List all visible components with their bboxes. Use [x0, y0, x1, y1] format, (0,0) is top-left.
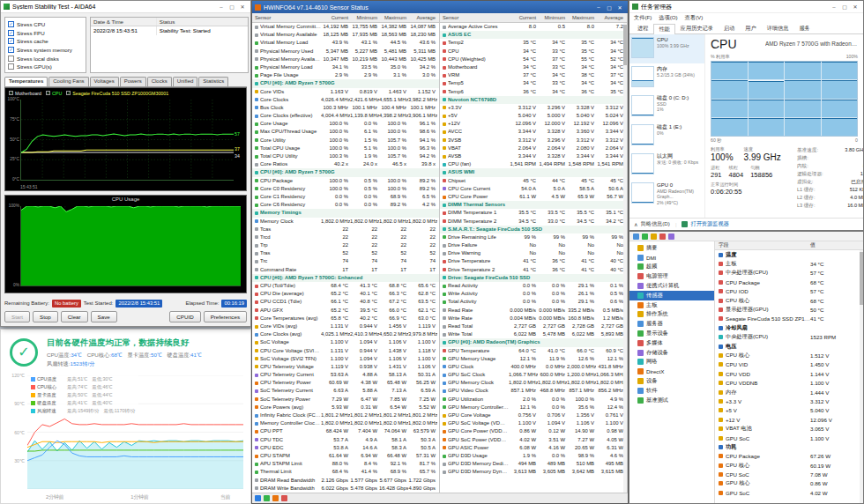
sensor-row[interactable]: GPU Core Voltage0.756 V0.706 V1.356 V0.7… [440, 411, 627, 419]
sidebar-item-软件[interactable]: 软件 [629, 386, 714, 396]
sensor-row[interactable]: +12 V12.096 V [715, 415, 863, 424]
sidebar-item-存储设备[interactable]: 存储设备 [629, 348, 714, 358]
legend-row[interactable]: CPU温度最高:51℃最低:30℃ [31, 375, 138, 383]
sensor-group-row[interactable]: CPU [#0]: AMD Ryzen 7 5700G [252, 79, 439, 87]
sensor-row[interactable]: APU STAPM Limit88.0 %8.4 %92.1 %81.7 % [252, 460, 439, 468]
legend-row[interactable]: 风扇转速最高:1549转/分最低:1170转/分 [31, 407, 138, 415]
maximize-icon[interactable]: ▢ [839, 4, 850, 10]
sensor-row[interactable]: Core Temperatures (avg)65.8 °C40.2 °C66.… [252, 315, 439, 322]
legend-item[interactable]: ✓CPU [46, 91, 62, 96]
sensor-row[interactable]: CPU Telemetry Power60.69 W4.38 W65.48 W5… [252, 379, 439, 387]
sensor-row[interactable]: Tcas22222222 [252, 226, 439, 233]
stress-option-row[interactable]: Stress GPU(s) [8, 63, 83, 71]
sensor-row[interactable]: Memory Controller Clock (UCLK)1,802.0 MH… [252, 419, 439, 427]
checkbox-icon[interactable]: ✓ [8, 38, 14, 44]
sensor-row[interactable]: DRAM Write Bandwidth6.022 Gbps5.478 Gbps… [252, 485, 439, 493]
sensor-row[interactable]: Thermal Limit68.4 %41.4 %68.9 %65.7 % [252, 468, 439, 476]
sidebar-item-电源管理[interactable]: 电源管理 [629, 271, 714, 281]
sensor-row[interactable]: CPU STAPM61.64 W6.94 W66.48 W57.31 W [252, 452, 439, 460]
sidebar-item-设备[interactable]: 设备 [629, 376, 714, 386]
sensor-group-row[interactable]: DIMM Thermal Sensors [440, 201, 627, 209]
sensor-group-row[interactable]: Drive: Seagate FireCuda 510 SSD [440, 274, 627, 282]
sensor-group-row[interactable]: Memory Timings [252, 209, 439, 217]
sensor-row[interactable]: CPU34 °C33 °C35 °C34 °C [440, 48, 627, 56]
scrollbar-thumb[interactable] [623, 25, 627, 65]
tab-服务[interactable]: 服务 [793, 23, 815, 33]
sensor-group-row[interactable]: CPU [#0]: AMD Ryzen 7 5700G: Enhanced [252, 274, 439, 282]
sensor-row[interactable]: Core C0 Residency100.0 %0.5 %100.0 %89.2… [252, 185, 439, 193]
sensor-row[interactable]: Temp636 °C34 °C36 °C35 °C [440, 88, 627, 96]
sensor-row[interactable]: GPU Video Clock857.1 MHz468.8 MHz857.1 M… [440, 387, 627, 395]
sensor-group-row[interactable]: S.M.A.R.T.: Seagate FireCuda 510 SSD [440, 226, 627, 233]
sensor-row[interactable]: GPU Temperature64.0 °C41.0 °C66.0 °C60.9… [440, 347, 627, 355]
tm-titlebar[interactable]: 任务管理器 – ▢ ✕ [629, 1, 863, 13]
legend-row[interactable]: CPU核心最高:74℃最低:46℃ [31, 383, 138, 391]
sensor-row[interactable]: +5V5.040 V5.000 V5.040 V5.024 V [440, 112, 627, 120]
sensor-row[interactable]: SoC Voltage (SVI2 TFN)1.100 V1.094 V1.10… [252, 355, 439, 363]
sensor-section-row[interactable]: 温度 [715, 250, 863, 259]
checkbox-icon[interactable]: ✓ [9, 91, 13, 95]
minimize-icon[interactable]: – [216, 4, 227, 10]
scrollbar[interactable] [860, 250, 863, 503]
tab-powers[interactable]: Powers [120, 77, 146, 86]
checkbox-icon[interactable] [8, 63, 14, 70]
sensor-row[interactable]: CPU 核心1.512 V [715, 351, 863, 359]
sensor-row[interactable]: Core Clocks (avg)4,025.1 MHz2,410.3 MHz4… [252, 330, 439, 338]
menu-item[interactable]: 查看(V) [685, 14, 704, 22]
column-header-maximum[interactable]: Maximum [379, 15, 408, 20]
stress-option-row[interactable]: ✓Stress cache [8, 37, 83, 46]
sensor-section-row[interactable]: 电压 [715, 342, 863, 351]
sensor-row[interactable]: +3.3V3.312 V3.296 V3.328 V3.312 V [440, 104, 627, 112]
sensor-row[interactable]: GPU SoC Clock1,066.7 MHz600.0 MHz1,200.0… [440, 371, 627, 379]
sensor-row[interactable]: Trp22222222 [252, 241, 439, 249]
menu-item[interactable]: 选项(O) [659, 14, 677, 22]
checkbox-icon[interactable] [8, 56, 14, 62]
stress-option-row[interactable]: ✓Stress system memory [8, 46, 83, 55]
column-header-sensor[interactable]: Sensor [252, 15, 321, 20]
sensor-row[interactable]: 中央处理器(CPU)57 °C [715, 269, 863, 278]
sensor-row[interactable]: Total CPU Usage100.0 %5.1 %100.0 %96.3 % [252, 145, 439, 152]
sidebar-item-操作系统[interactable]: 操作系统 [629, 310, 714, 320]
sensor-row[interactable]: Virtual Memory Load43.9 %43.1 %44.5 %43.… [252, 39, 439, 47]
sensor-row[interactable]: Motherboard34 °C33 °C34 °C34 °C [440, 63, 627, 71]
sidebar-item-传感器[interactable]: 传感器 [629, 291, 714, 300]
tab-temperatures[interactable]: Temperatures [4, 77, 48, 86]
sensor-row[interactable]: Drive Temperature 241 °C36 °C41 °C40 °C [440, 266, 627, 274]
sensor-row[interactable]: GPU Clock400.0 MHz0.0 MHz2,000.0 MHz431.… [440, 363, 627, 371]
sensor-row[interactable]: CPU PPT68.424 W7.404 W74.064 W63.579 W [252, 427, 439, 435]
checkbox-icon[interactable]: ✓ [8, 21, 14, 27]
tab-用户[interactable]: 用户 [740, 23, 761, 33]
sensor-row[interactable]: Tras52525252 [252, 249, 439, 257]
column-header-minimum[interactable]: Minimum [350, 15, 379, 20]
fewer-details-button[interactable]: ∧ 简略信息(D) [634, 220, 670, 228]
tab-statistics[interactable]: Statistics [198, 77, 228, 86]
sensor-row[interactable]: Page File Usage2.9 %2.9 %3.1 %3.0 % [252, 71, 439, 79]
sensor-row[interactable]: 中央处理器(CPU)1523 RPM [715, 333, 863, 342]
sensor-row[interactable]: CPU Core Voltage (SVI2 TFN)1.131 V0.944 … [252, 347, 439, 355]
tab-启动[interactable]: 启动 [719, 23, 740, 33]
sensor-row[interactable]: GPU Memory Clock1,802.0 MHz1,802.0 MHz1,… [440, 379, 627, 387]
sensor-row[interactable]: VBAT2.064 V2.064 V2.080 V2.064 V [440, 145, 627, 152]
hwinfo-titlebar[interactable]: HWiNFO64 v7.14-4610 Sensor Status – ▢ ✕ [252, 1, 628, 13]
test-info-row[interactable]: 2022/2/8 15:43:51 Stability Test: Starte… [91, 26, 248, 35]
sensor-row[interactable]: GPU D3D Usage1.9 %0.0 %98.9 %4.6 % [440, 452, 627, 460]
sensor-row[interactable]: DIMM Temperature 135.5 °C33.5 °C35.5 °C3… [440, 209, 627, 217]
sensor-row[interactable]: 主板34 °C [715, 259, 863, 268]
sidebar-item-基准测试[interactable]: 基准测试 [629, 396, 714, 405]
sensor-row[interactable]: Write Rate0.004 MB/s0.000 MB/s160.8 MB/s… [440, 315, 627, 322]
sensor-row[interactable]: GPU Memory Usage12.1 %11.9 %12.6 %12.1 % [440, 355, 627, 363]
sensor-row[interactable]: CPU Die (average)65.2 °C40.1 °C66.3 °C62… [252, 290, 439, 298]
back-icon[interactable] [633, 233, 639, 240]
forward-icon[interactable] [642, 233, 648, 240]
sensor-row[interactable]: GPU SoC1.100 V [715, 434, 863, 442]
sensor-row[interactable]: Memory Clock1,802.0 MHz1,802.0 MHz1,802.… [252, 218, 439, 226]
sensor-row[interactable]: CPU 核心68 °C [715, 296, 863, 305]
sensor-row[interactable]: APU GFX65.2 °C39.5 °C66.0 °C62.1 °C [252, 307, 439, 315]
sensor-row[interactable]: Physical Memory Used5,347 MB5,227 MB5,48… [252, 48, 439, 56]
stress-option-row[interactable]: ✓Stress FPU [8, 29, 83, 38]
column-header-maximum[interactable]: Maximum [567, 15, 596, 20]
cpu-core-graphs[interactable] [711, 61, 858, 137]
checkbox-icon[interactable]: ✓ [8, 30, 14, 36]
checkbox-icon[interactable]: ✓ [8, 47, 14, 53]
sensor-row[interactable]: AVCC3.344 V3.328 V3.360 V3.344 V [440, 128, 627, 136]
